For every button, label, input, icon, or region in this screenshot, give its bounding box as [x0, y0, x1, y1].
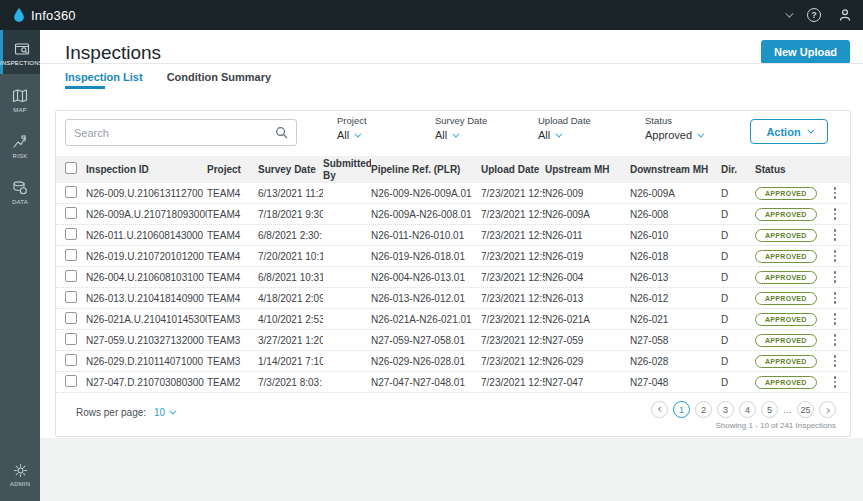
cell-survey-date: 1/14/2021 7:10…	[258, 356, 323, 367]
cell-dir: D	[721, 272, 755, 283]
search-input[interactable]	[66, 127, 275, 139]
filter-value: All	[337, 129, 349, 141]
row-checkbox[interactable]	[65, 228, 77, 240]
action-button[interactable]: Action	[750, 119, 828, 144]
table-row[interactable]: N26-029.D.210114071000 TEAM3 1/14/2021 7…	[56, 351, 850, 372]
pagination-page[interactable]: 5	[761, 401, 778, 418]
cell-upstream-mh: N26-019	[545, 251, 630, 262]
cell-downstream-mh: N26-010	[630, 230, 721, 241]
status-badge: APPROVED	[755, 271, 817, 284]
new-upload-button[interactable]: New Upload	[761, 40, 850, 64]
select-all-checkbox[interactable]	[65, 162, 77, 174]
data-icon	[12, 180, 28, 196]
row-checkbox[interactable]	[65, 270, 77, 282]
cell-inspection-id: N26-009.U.210613112700	[86, 188, 207, 199]
pagination-page[interactable]: 3	[717, 401, 734, 418]
filter-survey-date[interactable]: Survey Date All	[435, 115, 487, 141]
cell-pipeline-ref: N26-011-N26-010.01	[371, 230, 481, 241]
table-body: N26-009.U.210613112700 TEAM4 6/13/2021 1…	[56, 183, 850, 393]
cell-project: TEAM3	[207, 356, 258, 367]
sidebar-item-data[interactable]: DATA	[0, 172, 40, 212]
rows-per-page: Rows per page: 10	[76, 407, 174, 418]
sidebar-item-label: MAP	[13, 107, 27, 113]
table-header: Inspection ID Project Survey Date Submit…	[56, 156, 850, 183]
table-row[interactable]: N26-021A.U.210410145300 TEAM3 4/10/2021 …	[56, 309, 850, 330]
kebab-menu-icon[interactable]	[832, 227, 839, 243]
row-checkbox[interactable]	[65, 291, 77, 303]
gear-icon	[13, 463, 28, 478]
search-icon[interactable]	[275, 126, 288, 139]
inspections-icon	[14, 41, 30, 57]
sidebar-item-label: DATA	[12, 199, 28, 205]
filter-project[interactable]: Project All	[337, 115, 367, 141]
cell-upload-date: 7/23/2021 12:5…	[481, 251, 545, 262]
kebab-menu-icon[interactable]	[832, 332, 839, 348]
column-header-status: Status	[755, 164, 823, 176]
kebab-menu-icon[interactable]	[832, 248, 839, 264]
table-row[interactable]: N26-019.U.210720101200 TEAM4 7/20/2021 1…	[56, 246, 850, 267]
row-checkbox[interactable]	[65, 333, 77, 345]
user-icon[interactable]	[837, 7, 853, 23]
sidebar-item-risk[interactable]: RISK	[0, 126, 40, 166]
tab-condition-summary[interactable]: Condition Summary	[167, 71, 272, 89]
pagination-page[interactable]: 25	[797, 401, 814, 418]
table-row[interactable]: N26-009.U.210613112700 TEAM4 6/13/2021 1…	[56, 183, 850, 204]
chevron-down-icon	[170, 408, 177, 415]
cell-inspection-id: N26-011.U.210608143000	[86, 230, 207, 241]
filter-label: Project	[337, 115, 367, 126]
rows-per-page-select[interactable]: 10	[154, 407, 174, 418]
chevron-down-icon[interactable]	[785, 9, 793, 17]
table-row[interactable]: N26-009A.U.210718093000 TEAM4 7/18/2021 …	[56, 204, 850, 225]
cell-downstream-mh: N26-008	[630, 209, 721, 220]
status-badge: APPROVED	[755, 208, 817, 221]
action-button-label: Action	[766, 126, 800, 138]
filter-label: Upload Date	[538, 115, 591, 126]
table-row[interactable]: N27-047.D.210703080300 TEAM2 7/3/2021 8:…	[56, 372, 850, 393]
background-strip	[40, 438, 863, 501]
kebab-menu-icon[interactable]	[832, 374, 839, 390]
tab-inspection-list[interactable]: Inspection List	[65, 71, 143, 89]
cell-inspection-id: N26-009A.U.210718093000	[86, 209, 207, 220]
row-checkbox[interactable]	[65, 375, 77, 387]
cell-survey-date: 4/10/2021 2:53…	[258, 314, 323, 325]
table-row[interactable]: N27-059.U.210327132000 TEAM3 3/27/2021 1…	[56, 330, 850, 351]
pagination-prev[interactable]	[651, 401, 668, 418]
cell-survey-date: 4/18/2021 2:09…	[258, 293, 323, 304]
sidebar-item-admin[interactable]: ADMIN	[0, 455, 40, 495]
column-header-downstream-mh: Downstream MH	[630, 164, 721, 176]
showing-count: Showing 1 - 10 of 241 Inspections	[715, 421, 836, 430]
cell-inspection-id: N26-004.U.210608103100	[86, 272, 207, 283]
pagination-page[interactable]: 1	[673, 401, 690, 418]
filter-upload-date[interactable]: Upload Date All	[538, 115, 591, 141]
kebab-menu-icon[interactable]	[832, 290, 839, 306]
row-checkbox[interactable]	[65, 249, 77, 261]
cell-upload-date: 7/23/2021 12:5…	[481, 356, 545, 367]
table-row[interactable]: N26-011.U.210608143000 TEAM4 6/8/2021 2:…	[56, 225, 850, 246]
row-checkbox[interactable]	[65, 354, 77, 366]
cell-downstream-mh: N26-021	[630, 314, 721, 325]
pagination-page[interactable]: 2	[695, 401, 712, 418]
pagination: 12345…25	[651, 401, 836, 418]
cell-survey-date: 3/27/2021 1:20…	[258, 335, 323, 346]
pagination-page[interactable]: 4	[739, 401, 756, 418]
status-badge: APPROVED	[755, 187, 817, 200]
chevron-down-icon	[697, 130, 704, 137]
kebab-menu-icon[interactable]	[832, 311, 839, 327]
pagination-next[interactable]	[819, 401, 836, 418]
kebab-menu-icon[interactable]	[832, 353, 839, 369]
kebab-menu-icon[interactable]	[832, 206, 839, 222]
row-checkbox[interactable]	[65, 207, 77, 219]
sidebar-item-map[interactable]: MAP	[0, 80, 40, 120]
table-row[interactable]: N26-013.U.210418140900 TEAM4 4/18/2021 2…	[56, 288, 850, 309]
kebab-menu-icon[interactable]	[832, 269, 839, 285]
row-checkbox[interactable]	[65, 186, 77, 198]
sidebar-item-inspections[interactable]: INSPECTIONS	[0, 30, 40, 74]
cell-survey-date: 7/20/2021 10:1…	[258, 251, 323, 262]
row-checkbox[interactable]	[65, 312, 77, 324]
kebab-menu-icon[interactable]	[832, 185, 839, 201]
cell-survey-date: 6/13/2021 11:2…	[258, 188, 323, 199]
cell-survey-date: 6/8/2021 2:30:…	[258, 230, 323, 241]
table-row[interactable]: N26-004.U.210608103100 TEAM4 6/8/2021 10…	[56, 267, 850, 288]
filter-status[interactable]: Status Approved	[645, 115, 702, 141]
help-icon[interactable]: ?	[807, 8, 821, 22]
